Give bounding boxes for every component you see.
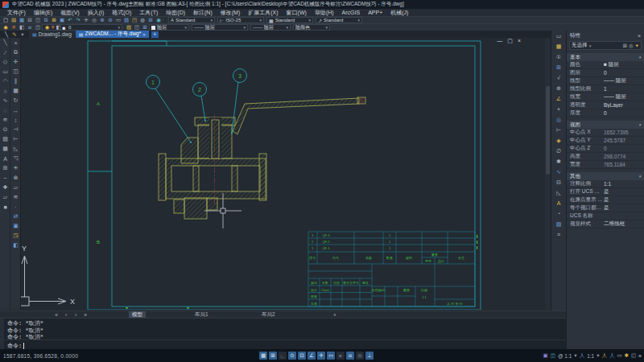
menu-help[interactable]: 帮助(H) [311, 9, 338, 17]
layout-nav-last-icon[interactable]: » [82, 311, 89, 318]
menu-insert[interactable]: 插入(I) [84, 9, 109, 17]
bom-table[interactable] [308, 232, 475, 306]
menu-draw[interactable]: 绘图(D) [162, 9, 189, 17]
boundary-icon[interactable]: ◳ [10, 231, 21, 241]
match-properties-icon[interactable]: ◍ [138, 17, 147, 23]
array-icon[interactable]: ▦ [10, 86, 21, 96]
drawing-canvas[interactable]: A B [21, 38, 545, 310]
layout-nav-prev-icon[interactable]: ‹ [63, 311, 69, 318]
mech-part-lib-icon[interactable]: ◈ [551, 135, 566, 146]
copy-icon[interactable]: ⧉ [42, 17, 50, 23]
lineweight-combo[interactable]: —— 随层▾ [250, 24, 291, 31]
layer-lock-icon[interactable]: ◧ [18, 24, 26, 31]
polar-toggle[interactable]: ⊙ [288, 352, 296, 360]
cycle-select-toggle[interactable]: ◎ [356, 352, 364, 360]
block-icon[interactable]: ◳ [130, 17, 138, 23]
construction-line-icon[interactable]: ∕ [0, 47, 10, 57]
otrack-toggle[interactable]: ∠ [308, 352, 316, 360]
hatch-icon[interactable]: ▨ [0, 134, 10, 144]
mech-settings-icon[interactable]: ≡ [551, 229, 566, 240]
snap-toggle[interactable]: ▦ [259, 352, 267, 360]
balloon-2[interactable]: 2 [198, 87, 201, 93]
trim-icon[interactable]: ⊣ [10, 125, 21, 134]
erase-icon[interactable]: × [10, 38, 21, 47]
quick-props-toggle[interactable]: ⧈ [346, 352, 354, 360]
divide-icon[interactable]: · [10, 202, 21, 212]
clean-screen-icon[interactable]: ▭ [617, 352, 621, 359]
break-icon[interactable]: ⊗ [10, 173, 21, 183]
text-icon[interactable]: A [0, 154, 10, 163]
child-close-button[interactable]: × [518, 38, 521, 44]
zoom-out-icon[interactable]: ⊖ [106, 17, 114, 23]
world-icon[interactable]: ◉ [155, 17, 163, 23]
scrollbar-thumb[interactable] [546, 86, 550, 175]
menu-window[interactable]: 窗口(W) [283, 9, 311, 17]
close-tab-icon[interactable]: × [142, 32, 146, 37]
balloon-3[interactable]: 3 [238, 73, 242, 79]
menu-view[interactable]: 视图(V) [56, 9, 83, 17]
menu-file[interactable]: 文件(F) [3, 9, 30, 17]
mech-weld-icon[interactable]: ∠ [551, 93, 566, 104]
text-style-combo[interactable]: A Standard▾ [168, 17, 215, 23]
tab-list-icon[interactable]: ▾ [19, 31, 27, 38]
balloon-1[interactable]: 1 [151, 80, 155, 85]
annotation-scale-dropdown-icon[interactable]: ▾ [597, 352, 599, 359]
region-icon[interactable]: ▱ [0, 192, 10, 202]
mech-chamfer-icon[interactable]: ◺ [551, 187, 566, 198]
mech-text-icon[interactable]: A [551, 198, 566, 208]
polyline2-icon[interactable]: ~ [0, 173, 10, 183]
menu-dimension[interactable]: 标注(N) [189, 9, 217, 17]
zoom-realtime-icon[interactable]: ◎ [90, 17, 98, 23]
ellipse-icon[interactable]: ◌ [0, 105, 10, 115]
extend-icon[interactable]: ⊢ [10, 134, 21, 144]
redo-icon[interactable]: ↷ [74, 17, 82, 23]
menu-arcgis[interactable]: ArcGIS [338, 10, 365, 15]
undo-icon[interactable]: ↶ [66, 17, 74, 23]
section-header-basic[interactable]: 基本 ▾ [567, 53, 644, 61]
fillet-icon[interactable]: ◹ [10, 154, 21, 163]
mech-dim-icon[interactable]: ⊢ [551, 125, 566, 135]
offset-icon[interactable]: ∥ [10, 76, 21, 86]
layer-previous-icon[interactable]: ◫ [34, 24, 42, 31]
select-objects-icon[interactable]: ◎ [629, 43, 634, 49]
menu-express[interactable]: 扩展工具(X) [244, 9, 282, 17]
mech-bolt-icon[interactable]: ∅ [551, 146, 566, 156]
mech-title-block-icon[interactable]: ▦ [551, 41, 566, 51]
close-palette-icon[interactable]: × [638, 33, 641, 39]
quick-select-icon[interactable]: ✦ [635, 43, 639, 49]
osnap-toggle[interactable]: ⊡ [298, 352, 306, 360]
status-menu-icon[interactable]: ≡ [638, 353, 642, 359]
command-line-panel[interactable]: 命令: *取消*命令: *取消*命令: *取消* 命令: [0, 318, 566, 349]
fullscreen-icon[interactable]: ◱ [631, 352, 636, 359]
arc-icon[interactable]: ◠ [0, 76, 10, 86]
mech-bom-icon[interactable]: ⊞ [551, 62, 566, 72]
paste-icon[interactable]: ▣ [58, 17, 66, 23]
group-icon[interactable]: ▣ [10, 221, 21, 231]
scale-icon[interactable]: ↔ [10, 105, 21, 115]
layout-nav-first-icon[interactable]: « [53, 311, 60, 318]
menu-modify[interactable]: 修改(M) [217, 9, 245, 17]
layout-nav-next-icon[interactable]: › [72, 311, 79, 318]
child-restore-button[interactable]: ▢ [507, 38, 513, 44]
section-header-misc[interactable]: 其他 ▾ [567, 172, 644, 180]
view-scale-dropdown-icon[interactable]: ▾ [574, 352, 576, 359]
polyline-icon[interactable]: ◇ [0, 57, 10, 67]
canvas-vertical-scrollbar[interactable] [545, 38, 551, 310]
workspace-gear-icon[interactable]: ✱ [625, 352, 629, 359]
spline-icon[interactable]: ∿ [0, 96, 10, 105]
mech-spring-icon[interactable]: ∿ [551, 167, 566, 177]
pickadd-toggle-icon[interactable]: ⊞ [622, 43, 626, 49]
layer-combo[interactable]: ◉✳◧■ 0▾ [42, 24, 122, 31]
point-icon[interactable]: ⊙ [0, 125, 10, 134]
valve-drawing[interactable] [159, 97, 365, 219]
new-file-icon[interactable]: ▢ [2, 17, 10, 23]
mech-tolerance-icon[interactable]: ⊕ [551, 83, 566, 93]
model-space-icon[interactable]: ▣ [543, 352, 548, 359]
selection-combo[interactable]: 无选择 ▾ ⊞◎✦ [569, 41, 642, 50]
stretch-icon[interactable]: ↕ [10, 115, 21, 125]
zoom-in-icon[interactable]: ⊕ [98, 17, 106, 23]
pencil-icon[interactable]: ✎ [10, 31, 19, 38]
ortho-toggle[interactable]: ∟ [279, 352, 287, 360]
dyn-input-toggle[interactable]: ▭ [327, 352, 335, 360]
line-icon[interactable]: ╲ [0, 38, 10, 47]
